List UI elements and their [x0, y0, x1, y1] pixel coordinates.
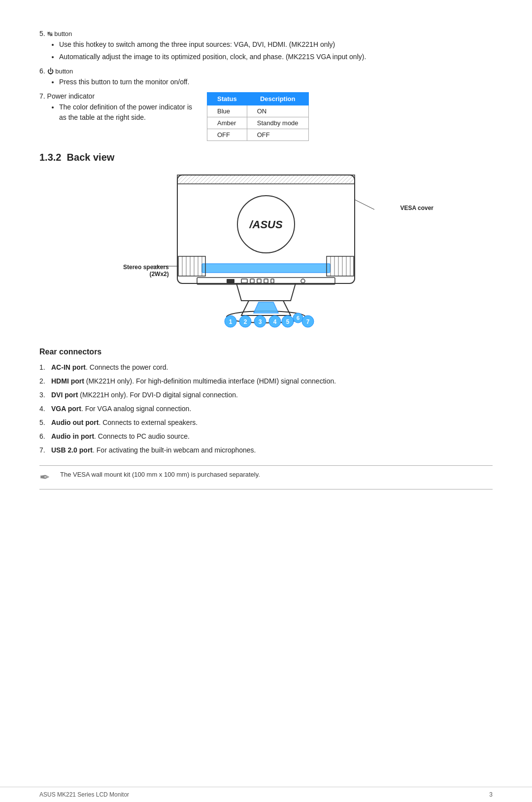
svg-line-33	[355, 200, 374, 209]
status-table: Status Description BlueONAmberStandby mo…	[207, 92, 309, 141]
footer-bar: ASUS MK221 Series LCD Monitor 3	[0, 787, 532, 802]
item-5-bullets: Use this hotkey to switch among the thre…	[59, 39, 493, 62]
item-5-number: 5. ↹ button	[39, 30, 493, 37]
note-text: The VESA wall mount kit (100 mm x 100 mm…	[60, 470, 260, 480]
status-table-header-description: Description	[247, 93, 308, 105]
list-item: 4.VGA port. For VGA analog signal connec…	[39, 404, 493, 414]
svg-text:/ASUS: /ASUS	[249, 218, 283, 231]
rear-connectors-list: 1.AC-IN port. Connects the power cord.2.…	[39, 362, 493, 455]
svg-rect-29	[257, 279, 261, 283]
note-box: ✒ The VESA wall mount kit (100 mm x 100 …	[39, 465, 493, 489]
vesa-cover-label: VESA cover	[400, 205, 433, 211]
svg-rect-6	[202, 264, 330, 273]
monitor-diagram-svg: /ASUS	[138, 170, 394, 328]
power-button-icon: ⏻ button	[47, 68, 73, 75]
svg-text:1: 1	[229, 318, 233, 325]
item-6: 6. ⏻ button Press this button to turn th…	[39, 67, 493, 87]
svg-rect-3	[178, 175, 354, 183]
item-7: 7. Power indicator The color definition …	[39, 92, 493, 141]
list-item: 2.HDMI port (MK221H only). For high-defi…	[39, 376, 493, 386]
item-6-bullet-1: Press this button to turn the monitor on…	[59, 77, 493, 87]
svg-rect-26	[227, 279, 234, 283]
stereo-speakers-label: Stereo speakers (2Wx2)	[123, 264, 169, 278]
svg-marker-10	[254, 302, 278, 313]
footer-left: ASUS MK221 Series LCD Monitor	[39, 791, 129, 798]
list-item: 7.USB 2.0 port. For activating the built…	[39, 445, 493, 455]
svg-text:3: 3	[259, 318, 262, 325]
svg-text:5: 5	[286, 318, 290, 325]
table-row: AmberStandby mode	[207, 117, 309, 129]
svg-rect-31	[271, 279, 274, 283]
svg-rect-30	[264, 279, 268, 283]
svg-text:7: 7	[306, 318, 310, 325]
item-5: 5. ↹ button Use this hotkey to switch am…	[39, 30, 493, 62]
list-item: 5.Audio out port. Connects to external s…	[39, 418, 493, 428]
back-view-heading: 1.3.2 Back view	[39, 152, 493, 163]
list-item: 1.AC-IN port. Connects the power cord.	[39, 362, 493, 373]
item-7-bullets: The color definition of the power indica…	[59, 102, 197, 123]
svg-marker-7	[236, 283, 296, 301]
svg-text:2: 2	[244, 318, 247, 325]
footer-right: 3	[489, 791, 493, 798]
svg-rect-27	[241, 279, 247, 283]
item-6-number: 6. ⏻ button	[39, 67, 493, 75]
svg-text:6: 6	[297, 315, 299, 321]
back-view-diagram: VESA cover Stereo speakers (2Wx2) /ASUS	[39, 170, 493, 338]
note-icon: ✒	[39, 470, 54, 485]
table-row: BlueON	[207, 105, 309, 117]
svg-rect-28	[250, 279, 254, 283]
list-item: 3.DVI port (MK221H only). For DVI-D digi…	[39, 390, 493, 400]
item-6-bullets: Press this button to turn the monitor on…	[59, 77, 493, 87]
item-5-bullet-2: Automatically adjust the image to its op…	[59, 52, 493, 62]
item-7-number: 7. Power indicator	[39, 92, 197, 100]
table-row: OFFOFF	[207, 129, 309, 141]
item-7-bullet-1: The color definition of the power indica…	[59, 102, 197, 123]
svg-text:4: 4	[273, 318, 277, 325]
item-5-bullet-1: Use this hotkey to switch among the thre…	[59, 39, 493, 50]
svg-point-32	[301, 279, 305, 283]
list-item: 6.Audio in port. Connects to PC audio so…	[39, 431, 493, 442]
hotkey-button-icon: ↹ button	[47, 30, 72, 37]
rear-connectors-heading: Rear connectors	[39, 348, 493, 356]
status-table-header-status: Status	[207, 93, 247, 105]
